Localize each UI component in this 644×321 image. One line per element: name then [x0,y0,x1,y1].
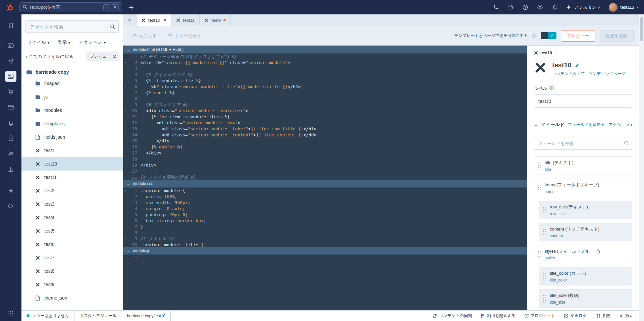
code-line[interactable]: 1{# モジュール固有のIDをクラスとして付与 #} [123,54,527,60]
availability-toggle[interactable]: ✓ [541,32,556,39]
rail-reports[interactable] [0,161,21,177]
code-line[interactable]: ▾1.seminar-module { [123,188,527,194]
tree-item-test1[interactable]: test1 [21,144,123,157]
tree-item-test6[interactable]: test6 [21,238,123,251]
fold-marker-icon[interactable] [123,102,128,108]
tree-item-js[interactable]: js [21,90,123,104]
theme-root-item[interactable]: barricade copy [26,69,123,75]
undo-button[interactable]: ↶ 元に戻す [130,33,159,39]
code-line[interactable]: 1 [123,255,527,261]
rail-contacts[interactable] [0,38,21,53]
tree-item-test11[interactable]: test11 [21,171,123,184]
statusbar-cell-2[interactable]: barricade copy/test10 [122,311,171,321]
code-line[interactable]: ▾14 <dd class="seminar-module__content">… [123,132,527,138]
rail-developer[interactable] [0,198,21,214]
assistant-button[interactable]: アシスタント [566,4,601,10]
menu-file[interactable]: ファイル▾ [27,40,49,46]
fold-marker-icon[interactable] [123,72,128,78]
preview-button[interactable]: プレビュー [561,30,595,42]
fold-marker-icon[interactable] [123,168,128,174]
redo-button[interactable]: ↷ もう一度行う [166,33,203,39]
tree-item-fields.json[interactable]: fields.json [21,130,123,144]
tree-item-test8[interactable]: test8 [21,264,123,278]
drag-handle-icon[interactable] [538,250,541,258]
fold-marker-icon[interactable] [123,156,128,162]
statusbar-action-変更ログ[interactable]: 変更ログ [564,313,587,319]
rail-bookmarks[interactable] [0,18,21,33]
code-line[interactable]: 3 [123,66,527,72]
code-line[interactable]: 15 </dl> [123,138,527,144]
tree-item-test7[interactable]: test7 [21,251,123,264]
fold-marker-icon[interactable]: ▾ [123,108,128,114]
field-row-title_color[interactable]: title_color (カラー)title_color [539,267,632,285]
tree-item-test2[interactable]: test2 [21,184,123,197]
code-line[interactable]: 4 {# タイトルエリア #} [123,72,527,78]
code-line[interactable]: ▾2<div id="seminar-{{ module.id }}" clas… [123,60,527,66]
fold-marker-icon[interactable] [123,96,128,102]
code-line[interactable]: 2 width: 100%; [123,194,527,200]
code-line[interactable]: 5 {% if module.title %} [123,78,527,84]
statusbar-action-参照[interactable]: 参照 [595,313,610,319]
fold-marker-icon[interactable] [123,174,128,180]
code-line[interactable]: ▾12 <dl class="seminar-module__row"> [123,120,527,126]
field-row-title[interactable]: title (テキスト)title [534,156,632,175]
create-button[interactable] [127,3,136,12]
tree-item-test10[interactable]: test10 [21,157,123,171]
rail-payments[interactable] [0,100,21,115]
fold-marker-icon[interactable] [123,200,128,206]
tree-item-test9[interactable]: test9 [21,278,123,291]
code-line[interactable]: 5 padding: 20px 0; [123,212,527,218]
editor-section-header-module.css[interactable]: ⌄module.css [123,180,527,188]
fold-marker-icon[interactable] [123,138,128,144]
code-line[interactable]: 6 box-sizing: border-box; [123,218,527,224]
code-line[interactable]: ▾6 <h2 class="seminar-module__title">{{ … [123,84,527,90]
fold-marker-icon[interactable] [123,255,128,261]
rail-audiences[interactable] [0,146,21,161]
back-to-all-files-link[interactable]: 全てのファイルに戻る [29,54,73,60]
rail-automation[interactable] [0,183,21,198]
editor-section-header-module.html[interactable]: ⌄module.html (HTML + HubL) [123,46,527,54]
tree-item-test4[interactable]: test4 [21,211,123,224]
field-row-items[interactable]: items (フィールドグループ)items [534,179,632,197]
tree-item-modules[interactable]: modules [21,104,123,117]
rail-marketing[interactable] [0,53,21,69]
tree-item-theme.json[interactable]: theme.json [21,291,123,305]
code-line[interactable]: ▾13 <dt class="seminar-module__label">{{… [123,126,527,132]
menu-actions[interactable]: アクション▾ [78,40,106,46]
code-line[interactable]: 21{# スタイル変数の定義 #} [123,174,527,180]
code-line[interactable]: ▾10 <div class="seminar-module__containe… [123,108,527,114]
calling-button[interactable] [492,4,499,11]
code-line[interactable]: 18 [123,156,527,162]
code-line[interactable]: 3 max-width: 960px; [123,200,527,206]
tree-item-templates[interactable]: templates [21,117,123,130]
fold-marker-icon[interactable] [123,114,128,120]
code-line[interactable]: 8 [123,230,527,236]
code-line[interactable]: 9 {# リストエリア #} [123,102,527,108]
fold-marker-icon[interactable] [123,150,128,156]
fold-marker-icon[interactable] [123,78,128,84]
code-line[interactable]: 17 </div> [123,150,527,156]
rail-content[interactable] [0,69,21,84]
rail-notifications[interactable] [0,115,21,130]
code-line[interactable]: 20 [123,168,527,174]
fold-marker-icon[interactable] [123,194,128,200]
drag-handle-icon[interactable] [538,162,541,170]
fold-marker-icon[interactable]: ▾ [123,84,128,90]
fold-marker-icon[interactable] [123,212,128,218]
fold-marker-icon[interactable]: ▾ [123,236,128,242]
drag-handle-icon[interactable] [543,206,546,214]
code-line[interactable]: 16 {% endfor %} [123,144,527,150]
code-line[interactable]: 10.seminar-module__title { [123,242,527,247]
tree-item-test3[interactable]: test3 [21,197,123,211]
breadcrumb[interactable]: test10 › [534,50,632,55]
rail-waffle[interactable] [0,310,21,316]
code-line[interactable]: 7 {% endif %} [123,90,527,96]
statusbar-action-設定[interactable]: 設定 [619,313,634,319]
fold-marker-icon[interactable] [123,224,128,230]
add-field-link[interactable]: フィールドを追加▾ [568,122,603,128]
tab-test10[interactable]: test10× [137,14,171,26]
drag-handle-icon[interactable] [543,272,546,280]
fold-marker-icon[interactable]: ▾ [123,188,128,194]
drag-handle-icon[interactable] [543,228,546,236]
fold-marker-icon[interactable]: ▾ [123,120,128,126]
